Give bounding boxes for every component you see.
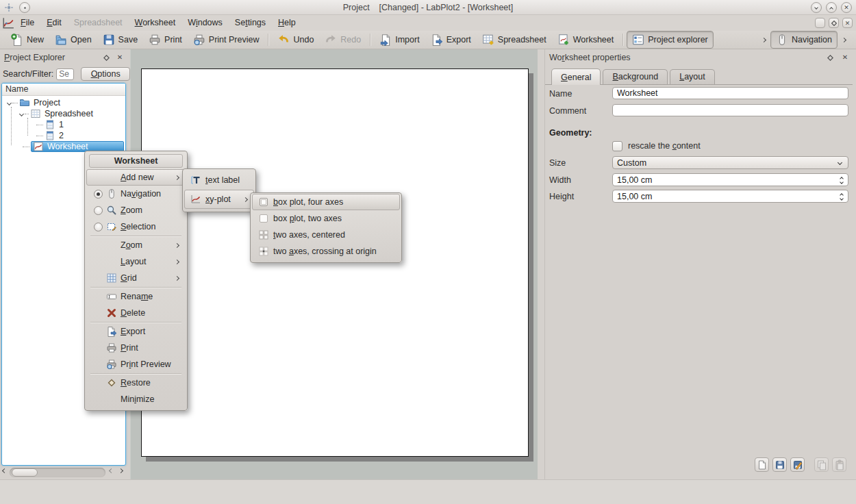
menu-item-two-axes-centered[interactable]: two axes, centered: [252, 227, 400, 243]
float-panel-button[interactable]: [825, 53, 835, 62]
height-spinbox[interactable]: 15,00 cm: [612, 190, 848, 203]
print-icon: [149, 34, 161, 46]
rescale-content-label: rescale the content: [628, 141, 701, 151]
menu-item-print-preview[interactable]: Print Preview: [86, 356, 186, 373]
name-input[interactable]: [612, 87, 848, 99]
menu-settings[interactable]: Settings: [229, 15, 272, 31]
close-panel-button[interactable]: ✕: [115, 53, 125, 62]
menu-windows[interactable]: Windows: [181, 15, 229, 31]
tab-layout[interactable]: Layout: [670, 69, 715, 84]
menu-item-zoom-mode[interactable]: Zoom: [86, 202, 186, 218]
save-button[interactable]: Save: [97, 31, 144, 49]
menu-item-box-plot-two-axes[interactable]: box plot, two axes: [252, 210, 400, 227]
menu-item-navigation[interactable]: Navigation: [86, 186, 186, 202]
width-spinbox[interactable]: 15,00 cm: [612, 173, 848, 186]
spreadsheet-button[interactable]: Spreadsheet: [477, 31, 552, 49]
export-icon: [106, 326, 117, 337]
menu-item-rename[interactable]: Rename: [86, 288, 186, 305]
scroll-right-icon[interactable]: [118, 468, 123, 473]
menu-item-box-plot-four-axes[interactable]: box plot, four axes: [252, 194, 400, 210]
print-preview-button[interactable]: Print Preview: [188, 31, 265, 49]
navigation-mode-button[interactable]: Navigation: [770, 31, 838, 49]
menu-item-two-axes-crossing[interactable]: two axes, crossing at origin: [252, 243, 400, 260]
menu-help[interactable]: Help: [272, 15, 302, 31]
undo-button[interactable]: Undo: [272, 31, 319, 49]
toolbar-overflow-icon[interactable]: [761, 37, 766, 42]
close-button[interactable]: ✕: [841, 2, 852, 13]
toolbar-separator: [268, 34, 268, 46]
main-toolbar: New Open Save Print Print Preview: [0, 31, 856, 49]
load-template-button[interactable]: [755, 457, 769, 472]
project-explorer-toggle-button[interactable]: Project explorer: [627, 31, 714, 49]
edit-template-button[interactable]: [790, 457, 805, 472]
menu-worksheet[interactable]: Worksheet: [129, 15, 182, 31]
child-close-button[interactable]: ✕: [842, 18, 853, 28]
redo-button[interactable]: Redo: [319, 31, 366, 49]
page-shadow: [529, 73, 533, 462]
tab-general[interactable]: General: [551, 68, 601, 85]
tree-item-column-2[interactable]: 2: [2, 130, 125, 141]
toolbar-overflow-icon[interactable]: [842, 37, 846, 42]
minimize-button[interactable]: [811, 2, 822, 13]
menu-item-xy-plot[interactable]: xy-plot: [184, 190, 254, 209]
expander-icon[interactable]: [7, 100, 12, 105]
labplot-app-icon: [2, 17, 14, 29]
import-button[interactable]: Import: [374, 31, 425, 49]
radio-icon: [94, 206, 103, 215]
menu-item-print[interactable]: Print: [86, 340, 186, 356]
horizontal-scrollbar: [1, 467, 126, 478]
width-label: Width: [549, 175, 571, 185]
child-minimize-button[interactable]: [815, 18, 825, 28]
radio-icon: [94, 223, 103, 231]
new-button[interactable]: New: [5, 31, 49, 49]
import-icon: [379, 34, 392, 46]
tab-background[interactable]: Background: [603, 69, 668, 84]
menu-edit[interactable]: Edit: [40, 15, 68, 31]
scroll-left-icon[interactable]: [109, 468, 114, 473]
tree-column-header[interactable]: Name: [2, 84, 125, 96]
tree-item-spreadsheet[interactable]: Spreadsheet: [2, 108, 125, 119]
worksheet-button[interactable]: Worksheet: [552, 31, 620, 49]
child-restore-button[interactable]: [829, 18, 839, 28]
scroll-left-icon[interactable]: [2, 468, 7, 473]
menu-item-selection-mode[interactable]: Selection: [86, 218, 186, 235]
two-axes-crossing-icon: [258, 246, 269, 257]
menu-item-export[interactable]: Export: [86, 323, 186, 340]
menu-item-add-new[interactable]: Add new: [86, 169, 186, 186]
print-button[interactable]: Print: [143, 31, 188, 49]
label: Import: [395, 35, 419, 45]
box-plot-two-axes-icon: [258, 213, 269, 224]
close-panel-button[interactable]: ✕: [840, 53, 850, 62]
menu-item-text-label[interactable]: text label: [184, 171, 254, 190]
size-combobox[interactable]: Custom: [612, 156, 848, 169]
scrollbar-track[interactable]: [10, 468, 105, 477]
print-preview-icon: [193, 34, 205, 46]
expander-icon[interactable]: [19, 111, 24, 116]
comment-input[interactable]: [612, 104, 848, 116]
save-template-button[interactable]: [772, 457, 787, 472]
export-button[interactable]: Export: [425, 31, 477, 49]
menu-item-minimize[interactable]: Minimize: [86, 391, 186, 407]
scrollbar-thumb[interactable]: [12, 468, 38, 477]
rescale-content-checkbox[interactable]: [612, 141, 622, 151]
open-button[interactable]: Open: [49, 31, 97, 49]
column-icon: [45, 130, 55, 141]
tree-item-project[interactable]: Project: [2, 97, 125, 108]
menubar: File Edit Spreadsheet Worksheet Windows …: [0, 15, 856, 31]
menu-item-restore[interactable]: Restore: [86, 375, 186, 391]
copy-button[interactable]: [814, 457, 829, 472]
paste-button[interactable]: [832, 457, 846, 472]
menu-item-delete[interactable]: Delete: [86, 305, 186, 321]
tree-item-column-1[interactable]: 1: [2, 119, 125, 130]
menu-item-grid[interactable]: Grid: [86, 270, 186, 286]
options-button[interactable]: Options: [81, 67, 130, 81]
menu-item-zoom[interactable]: Zoom: [86, 237, 186, 253]
menu-item-layout[interactable]: Layout: [86, 253, 186, 270]
spin-arrows-icon[interactable]: [840, 192, 843, 200]
float-panel-button[interactable]: [101, 53, 111, 62]
spin-arrows-icon[interactable]: [840, 176, 843, 184]
menu-file[interactable]: File: [14, 15, 40, 31]
maximize-button[interactable]: [826, 2, 837, 13]
label: Save: [118, 35, 138, 45]
search-input[interactable]: [56, 68, 74, 80]
